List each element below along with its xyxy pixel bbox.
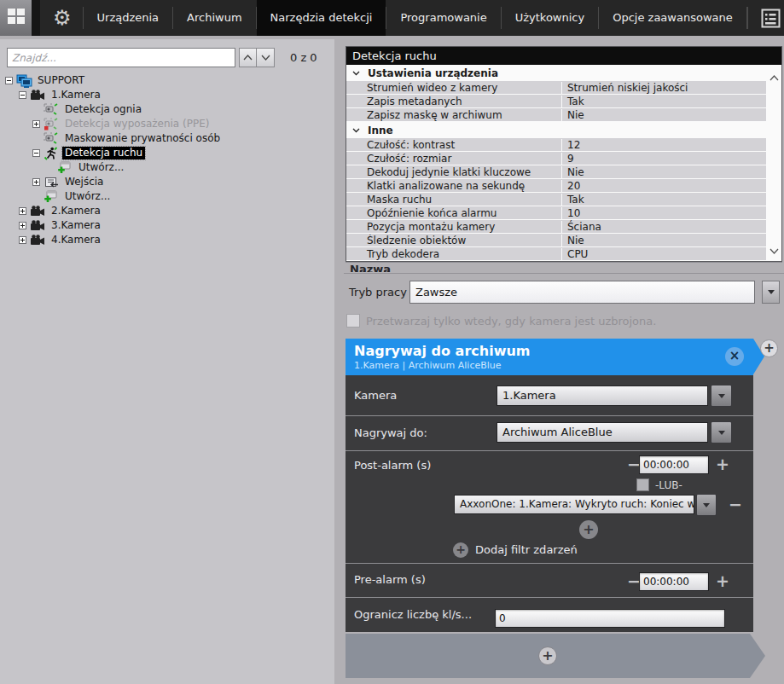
scroll-down-icon[interactable] xyxy=(769,241,779,258)
menu-bar: ⚙ UrządzeniaArchiwumNarzędzia detekcjiPr… xyxy=(40,0,784,36)
property-value[interactable]: Nie xyxy=(561,235,766,246)
armed-only-row: Przetwarzaj tylko wtedy, gdy kamera jest… xyxy=(346,314,656,328)
property-value[interactable]: Ściana xyxy=(561,221,766,233)
tree-expander-plus-icon[interactable] xyxy=(19,236,30,244)
tree-expander-minus-icon[interactable] xyxy=(19,91,30,99)
add-event-filter-icon[interactable]: + xyxy=(453,542,468,558)
tab-narzedzia-detekcji[interactable]: Narzędzia detekcji xyxy=(257,0,386,36)
pre-alarm-increase-button[interactable]: + xyxy=(716,572,729,589)
property-value[interactable]: 12 xyxy=(561,139,766,151)
property-value[interactable]: CPU xyxy=(561,248,766,260)
camera-icon xyxy=(30,220,49,231)
property-row-czulosc-rozmiar[interactable]: Czułość: rozmiar9 xyxy=(346,152,766,165)
add-action-button[interactable]: + xyxy=(538,646,557,665)
work-mode-select[interactable]: Zawsze xyxy=(409,281,755,304)
camera-field-label: Kamera xyxy=(354,375,397,415)
tree-expander-minus-icon[interactable] xyxy=(32,149,44,157)
tree-item-detekcja-ruchu[interactable]: Detekcja ruchu xyxy=(0,146,334,160)
add-event-filter-label[interactable]: Dodaj filtr zdarzeń xyxy=(475,542,578,558)
tree-expander-plus-icon[interactable] xyxy=(32,178,44,186)
tree-expander-plus-icon[interactable] xyxy=(32,120,44,128)
tree-item-3-kamera[interactable]: 3.Kamera xyxy=(0,218,334,233)
add-condition-button[interactable]: + xyxy=(579,520,598,539)
property-row-zapisz-maske-w-archiwum[interactable]: Zapisz maskę w archiwumNie xyxy=(346,108,766,121)
settings-gear-icon[interactable]: ⚙ xyxy=(40,0,83,36)
tree-expander-plus-icon[interactable] xyxy=(19,207,30,215)
tab-urzadzenia[interactable]: Urządzenia xyxy=(84,0,173,36)
rule-title: Nagrywaj do archiwum xyxy=(346,339,753,360)
event-filter-select[interactable]: AxxonOne: 1.Kamera: Wykryto ruch: Koniec… xyxy=(454,495,694,514)
chevron-down-icon xyxy=(718,431,725,435)
pre-alarm-time-input[interactable] xyxy=(639,572,709,591)
property-row-maska-ruchu[interactable]: Maska ruchuTak xyxy=(346,193,766,206)
lub-checkbox[interactable] xyxy=(636,478,649,491)
divider xyxy=(346,450,753,451)
tree-item-utworz[interactable]: Utwórz... xyxy=(0,160,334,175)
tree-item-utworz[interactable]: Utwórz... xyxy=(0,189,334,204)
tab-opcje-zaawansowane[interactable]: Opcje zaawansowane xyxy=(599,0,746,36)
tree-expander-minus-icon[interactable] xyxy=(5,77,16,84)
system-events-button[interactable]: Zdarzenia system xyxy=(747,0,784,36)
layout-grid-button[interactable] xyxy=(0,0,32,36)
event-filter-dropdown-button[interactable] xyxy=(696,494,717,516)
property-value[interactable]: 9 xyxy=(561,153,766,165)
detector-icon xyxy=(44,103,62,116)
rule-subtitle: 1.Kamera | Archiwum AliceBlue xyxy=(346,360,753,371)
tree-item-maskowanie-prywatnosci-osob[interactable]: Maskowanie prywatności osób xyxy=(0,131,334,146)
property-value[interactable]: Tak xyxy=(561,194,766,206)
top-navigation-bar: ⚙ UrządzeniaArchiwumNarzędzia detekcjiPr… xyxy=(0,0,784,36)
tree-item-support[interactable]: SUPPORT xyxy=(0,73,334,88)
detector-icon xyxy=(44,132,62,145)
property-grid: Ustawienia urządzeniaStrumień wideo z ka… xyxy=(346,65,781,261)
armed-only-checkbox[interactable] xyxy=(346,314,360,328)
tree-label: SUPPORT xyxy=(35,74,87,87)
tree-item-4-kamera[interactable]: 4.Kamera xyxy=(0,233,334,247)
remove-event-filter-button[interactable]: − xyxy=(729,496,742,513)
camera-icon xyxy=(30,206,49,217)
property-row-pozycja-montazu-kamery[interactable]: Pozycja montażu kameryŚciana xyxy=(346,220,766,233)
search-input[interactable] xyxy=(7,48,235,67)
tree-expander-plus-icon[interactable] xyxy=(19,222,30,229)
device-tree: SUPPORT1.KameraDetekcja ogniaDetekcja wy… xyxy=(0,73,334,684)
property-row-sledzenie-obiektow[interactable]: Śledzenie obiektówNie xyxy=(346,234,766,246)
property-row-strumien-wideo-z-kamery[interactable]: Strumień wideo z kameryStrumień niskiej … xyxy=(346,81,766,94)
property-value[interactable]: Strumień niskiej jakości xyxy=(561,82,766,94)
tree-item-detekcja-wyposazenia-ppe[interactable]: Detekcja wyposażenia (PPE) xyxy=(0,117,334,131)
property-row-czulosc-kontrast[interactable]: Czułość: kontrast12 xyxy=(346,138,766,151)
property-value[interactable]: 10 xyxy=(561,207,766,219)
scroll-up-icon[interactable] xyxy=(769,68,779,84)
post-alarm-increase-button[interactable]: + xyxy=(716,455,729,472)
post-alarm-time-input[interactable] xyxy=(639,455,709,474)
property-section-inne[interactable]: Inne xyxy=(346,122,766,138)
fps-limit-input[interactable] xyxy=(495,609,725,628)
search-prev-button[interactable] xyxy=(239,48,257,67)
property-row-tryb-dekodera[interactable]: Tryb dekoderaCPU xyxy=(346,247,766,260)
add-rule-button[interactable]: + xyxy=(760,339,778,357)
search-next-button[interactable] xyxy=(257,48,275,67)
property-panel-title: Detekcja ruchu xyxy=(346,47,781,65)
property-label: Pozycja montażu kamery xyxy=(346,221,561,233)
tree-item-wejscia[interactable]: Wejścia xyxy=(0,175,334,189)
tab-programowanie[interactable]: Programowanie xyxy=(386,0,500,36)
property-section-ustawienia-urzadzenia[interactable]: Ustawienia urządzenia xyxy=(346,65,766,81)
camera-dropdown-button[interactable] xyxy=(711,385,732,407)
property-value[interactable]: 20 xyxy=(561,180,766,192)
tree-item-detekcja-ognia[interactable]: Detekcja ognia xyxy=(0,102,334,117)
property-row-dekoduj-jedynie-klatki-kluczowe[interactable]: Dekoduj jedynie klatki kluczoweNie xyxy=(346,165,766,178)
record-to-select[interactable]: Archiwum AliceBlue xyxy=(497,422,708,443)
property-row-klatki-analizowane-na-sekunde[interactable]: Klatki analizowane na sekundę20 xyxy=(346,179,766,192)
camera-select[interactable]: 1.Kamera xyxy=(497,385,708,406)
property-value[interactable]: Nie xyxy=(561,166,766,178)
property-value[interactable]: Nie xyxy=(561,109,766,121)
record-to-dropdown-button[interactable] xyxy=(711,421,732,443)
tab-archiwum[interactable]: Archiwum xyxy=(173,0,256,36)
tab-uzytkownicy[interactable]: Użytkownicy xyxy=(502,0,598,36)
property-row-opoznienie-konca-alarmu[interactable]: Opóźnienie końca alarmu10 xyxy=(346,206,766,219)
tree-item-2-kamera[interactable]: 2.Kamera xyxy=(0,204,334,218)
property-value[interactable]: Tak xyxy=(561,96,766,107)
close-rule-button[interactable]: × xyxy=(725,347,744,366)
tree-item-1-kamera[interactable]: 1.Kamera xyxy=(0,88,334,102)
tree-label: 1.Kamera xyxy=(49,89,103,101)
work-mode-dropdown-button[interactable] xyxy=(762,281,780,304)
property-row-zapis-metadanych[interactable]: Zapis metadanychTak xyxy=(346,95,766,107)
